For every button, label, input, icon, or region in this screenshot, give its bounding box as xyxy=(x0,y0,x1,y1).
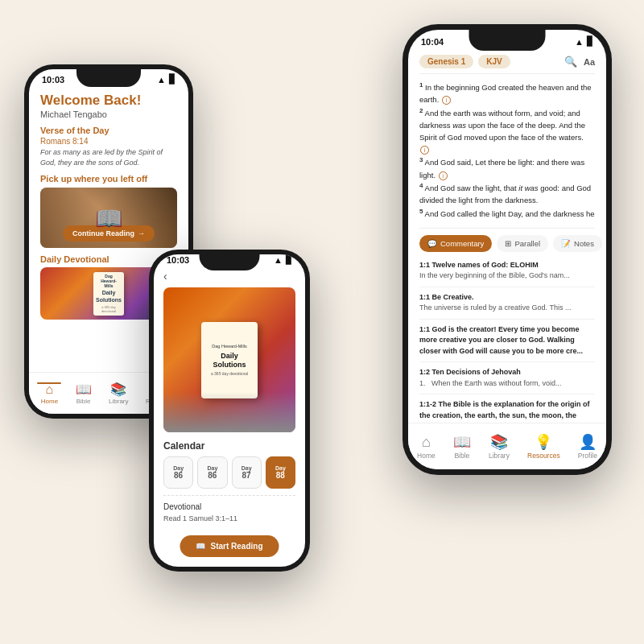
battery-icon-m: ▊ xyxy=(286,254,292,265)
tab-bar: 💬 Commentary ⊞ Parallel 📝 Notes xyxy=(419,235,595,252)
devotional-book-cover: Dag Heward-Mills Daily Solutions a 365 d… xyxy=(93,272,124,316)
cal-day-2[interactable]: Day 86 xyxy=(197,456,227,489)
commentary-item-4: 1:2 Ten Decisions of Jehovah 1. When the… xyxy=(419,367,595,394)
info-icon-1[interactable]: i xyxy=(442,96,451,105)
home-icon-right: ⌂ xyxy=(422,434,431,451)
parallel-icon: ⊞ xyxy=(505,239,511,248)
font-size-icon[interactable]: Aa xyxy=(584,57,595,67)
devotional-book-subtitle: a 365 day devotional xyxy=(97,305,121,313)
cal-day-3-label: Day xyxy=(242,465,252,471)
nav-home[interactable]: ⌂ Home xyxy=(41,382,58,405)
info-icon-2[interactable]: i xyxy=(420,146,429,155)
calendar-divider xyxy=(163,495,295,496)
notes-icon: 📝 xyxy=(561,239,571,248)
book-image-left: Continue Reading → xyxy=(40,188,177,248)
bible-icon-right: 📖 xyxy=(453,433,471,451)
devotional-section-label: Devotional xyxy=(163,502,295,511)
user-name: Michael Tengabo xyxy=(40,109,177,119)
nav-profile-right[interactable]: 👤 Profile xyxy=(578,433,597,460)
verse-4-text: And God saw the light, that it was good:… xyxy=(419,184,591,204)
devotional-book-author: Dag Heward-Mills xyxy=(97,274,121,288)
cal-day-4-label: Day xyxy=(275,465,286,471)
commentary-4-text: 1. When the Earth was without form, void… xyxy=(419,378,595,390)
book-title: Daily Solutions xyxy=(206,352,253,369)
commentary-label: Commentary xyxy=(440,239,484,248)
phone-right: 10:04 ▲ ▊ Genesis 1 KJV 🔍 Aa 1 In the be… xyxy=(402,24,612,475)
cal-day-1-label: Day xyxy=(173,465,184,471)
continue-reading-button[interactable]: Continue Reading → xyxy=(63,225,155,242)
commentary-item-2: 1:1 Be Creative. The universe is ruled b… xyxy=(419,292,595,320)
nav-active-indicator xyxy=(37,382,61,384)
bible-tools: 🔍 Aa xyxy=(564,56,595,68)
devotional-book-title: Daily Solutions xyxy=(96,290,122,303)
calendar-days: Day 86 Day 86 Day 87 Day 88 xyxy=(163,456,295,489)
right-content: Genesis 1 KJV 🔍 Aa 1 In the beginning Go… xyxy=(408,50,606,437)
arrow-right-icon: → xyxy=(138,229,145,237)
nav-resources-label-right: Resources xyxy=(527,452,560,460)
nav-bible[interactable]: 📖 Bible xyxy=(76,382,92,405)
status-icons-middle: ▲ ▊ xyxy=(274,254,292,265)
nav-home-right[interactable]: ⌂ Home xyxy=(417,434,436,460)
bible-header: Genesis 1 KJV 🔍 Aa xyxy=(419,50,595,74)
cal-day-4[interactable]: Day 88 xyxy=(266,456,295,489)
cal-day-3-num: 87 xyxy=(242,471,251,480)
nav-home-label-right: Home xyxy=(417,452,436,460)
tab-commentary[interactable]: 💬 Commentary xyxy=(419,235,492,252)
start-reading-button[interactable]: 📖 Start Reading xyxy=(180,535,279,557)
wifi-icon: ▲ xyxy=(157,75,166,85)
text-divider xyxy=(419,228,595,229)
read-text: Read 1 Samuel 3:1–11 xyxy=(163,514,295,522)
verse-2-num: 2 xyxy=(419,107,423,114)
phone-middle-notch xyxy=(200,254,260,270)
bible-version-pill[interactable]: KJV xyxy=(478,55,510,68)
verse-2-text: And the earth was without form, and void… xyxy=(419,109,585,142)
search-icon[interactable]: 🔍 xyxy=(564,56,577,68)
notes-label: Notes xyxy=(574,239,594,248)
cal-day-1[interactable]: Day 86 xyxy=(163,456,193,489)
nav-library[interactable]: 📚 Library xyxy=(109,382,128,405)
parallel-label: Parallel xyxy=(514,239,540,248)
tab-parallel[interactable]: ⊞ Parallel xyxy=(497,235,548,252)
bible-book-pill[interactable]: Genesis 1 xyxy=(419,55,473,68)
commentary-3-ref: 1:1 God is the creator! Every time you b… xyxy=(419,324,595,357)
phone-right-screen: 10:04 ▲ ▊ Genesis 1 KJV 🔍 Aa 1 In the be… xyxy=(408,30,606,469)
calendar-label: Calendar xyxy=(163,440,295,452)
status-icons-right: ▲ ▊ xyxy=(575,36,593,47)
nav-bible-label: Bible xyxy=(76,398,91,405)
wifi-icon-r: ▲ xyxy=(575,37,584,47)
nav-library-right[interactable]: 📚 Library xyxy=(489,433,510,460)
bible-icon: 📖 xyxy=(76,382,92,397)
time-middle: 10:03 xyxy=(167,255,189,265)
nav-resources-right[interactable]: 💡 Resources xyxy=(527,433,560,460)
commentary-icon: 💬 xyxy=(427,239,437,248)
bottom-nav-right: ⌂ Home 📖 Bible 📚 Library 💡 Resources 👤 P… xyxy=(408,423,606,469)
commentary-2-ref: 1:1 Be Creative. xyxy=(419,292,595,303)
battery-icon: ▊ xyxy=(169,74,175,85)
verse-text: For as many as are led by the Spirit of … xyxy=(40,147,177,167)
phone-middle: 10:03 ▲ ▊ ‹ Dag Heward-Mills Daily Solut… xyxy=(149,250,310,572)
book-author: Dag Heward-Mills xyxy=(212,344,246,349)
nav-bible-right[interactable]: 📖 Bible xyxy=(453,433,471,460)
commentary-4-ref: 1:2 Ten Decisions of Jehovah xyxy=(419,367,595,378)
cal-day-2-label: Day xyxy=(207,465,217,471)
phone-middle-screen: 10:03 ▲ ▊ ‹ Dag Heward-Mills Daily Solut… xyxy=(154,254,305,567)
info-icon-3[interactable]: i xyxy=(439,171,448,180)
status-icons-left: ▲ ▊ xyxy=(157,74,175,85)
welcome-title: Welcome Back! xyxy=(40,93,177,109)
back-button[interactable]: ‹ xyxy=(163,270,295,283)
library-icon: 📚 xyxy=(110,382,126,397)
verse-of-day-label: Verse of the Day xyxy=(40,126,177,135)
tab-notes[interactable]: 📝 Notes xyxy=(553,235,602,252)
cal-day-3[interactable]: Day 87 xyxy=(232,456,262,489)
nav-profile-label-right: Profile xyxy=(578,452,597,460)
commentary-item-1: 1:1 Twelve names of God: ELOHIM In the v… xyxy=(419,260,595,287)
cal-day-1-num: 86 xyxy=(174,471,183,480)
battery-icon-r: ▊ xyxy=(587,36,593,47)
nav-bible-label-right: Bible xyxy=(454,452,469,460)
home-icon: ⌂ xyxy=(46,382,54,397)
commentary-list: 1:1 Twelve names of God: ELOHIM In the v… xyxy=(419,260,595,437)
phone-right-notch xyxy=(469,30,546,51)
cal-day-2-num: 86 xyxy=(208,471,217,480)
bible-text: 1 In the beginning God created the heave… xyxy=(419,80,595,220)
commentary-1-text: In the very beginning of the Bible, God'… xyxy=(419,270,595,282)
